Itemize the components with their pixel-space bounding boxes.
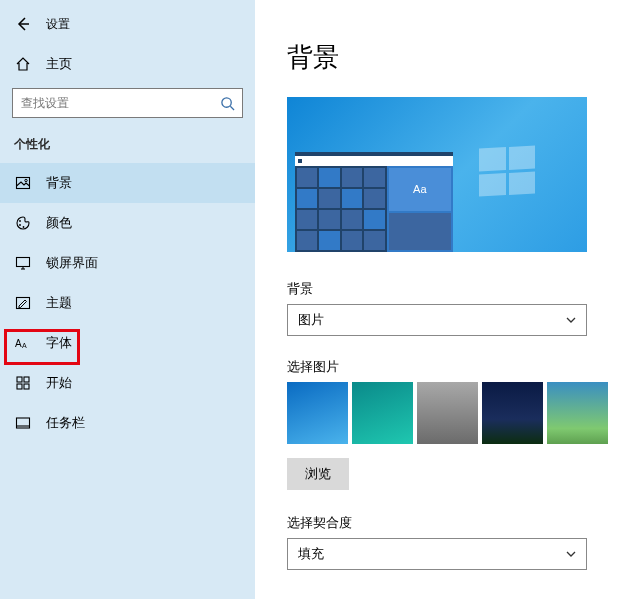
wallpaper-thumb[interactable]: [482, 382, 543, 444]
sidebar-item-lockscreen[interactable]: 锁屏界面: [0, 243, 255, 283]
bg-type-value: 图片: [298, 311, 324, 329]
section-label: 个性化: [0, 130, 255, 163]
wallpaper-thumb[interactable]: [352, 382, 413, 444]
home-label: 主页: [46, 55, 72, 73]
chevron-down-icon: [564, 313, 578, 327]
nav-label: 字体: [46, 334, 72, 352]
svg-line-2: [230, 106, 234, 110]
home-icon: [14, 55, 32, 73]
fit-combo[interactable]: 填充: [287, 538, 587, 570]
search-wrap: [0, 84, 255, 130]
start-icon: [14, 374, 32, 392]
sidebar-item-fonts[interactable]: AA 字体: [0, 323, 255, 363]
search-icon: [219, 95, 235, 111]
sidebar-item-start[interactable]: 开始: [0, 363, 255, 403]
preview-window: Aa: [295, 152, 453, 252]
svg-rect-8: [17, 258, 30, 267]
svg-rect-17: [24, 384, 29, 389]
svg-point-5: [19, 220, 21, 222]
header-row: 设置: [0, 8, 255, 40]
sidebar-item-background[interactable]: 背景: [0, 163, 255, 203]
sidebar-item-colors[interactable]: 颜色: [0, 203, 255, 243]
wallpaper-thumb[interactable]: [287, 382, 348, 444]
svg-rect-16: [17, 384, 22, 389]
pencil-icon: [14, 294, 32, 312]
svg-point-4: [25, 179, 27, 181]
wallpaper-thumb[interactable]: [417, 382, 478, 444]
nav-label: 任务栏: [46, 414, 85, 432]
palette-icon: [14, 214, 32, 232]
nav-label: 开始: [46, 374, 72, 392]
bg-type-label: 背景: [287, 280, 608, 298]
picture-icon: [14, 174, 32, 192]
monitor-icon: [14, 254, 32, 272]
svg-rect-14: [17, 377, 22, 382]
fit-value: 填充: [298, 545, 324, 563]
nav-label: 颜色: [46, 214, 72, 232]
settings-title: 设置: [46, 16, 70, 33]
svg-rect-15: [24, 377, 29, 382]
nav-label: 主题: [46, 294, 72, 312]
sidebar-item-themes[interactable]: 主题: [0, 283, 255, 323]
svg-rect-11: [17, 298, 30, 309]
fit-label: 选择契合度: [287, 514, 608, 532]
nav-label: 锁屏界面: [46, 254, 98, 272]
sidebar-item-taskbar[interactable]: 任务栏: [0, 403, 255, 443]
svg-text:A: A: [22, 342, 27, 349]
settings-sidebar: 设置 主页 个性化 背景 颜色 锁屏界面: [0, 0, 255, 599]
preview-sample-text: Aa: [389, 168, 451, 211]
page-title: 背景: [287, 40, 608, 75]
main-panel: 背景 Aa 背景 图片 选择图片: [255, 0, 640, 599]
desktop-preview: Aa: [287, 97, 587, 252]
windows-logo-icon: [479, 146, 535, 197]
search-box: [12, 88, 243, 118]
font-icon: AA: [14, 334, 32, 352]
svg-text:A: A: [15, 338, 22, 349]
nav-label: 背景: [46, 174, 72, 192]
back-icon[interactable]: [14, 15, 32, 33]
svg-point-6: [19, 224, 21, 226]
browse-button[interactable]: 浏览: [287, 458, 349, 490]
search-input[interactable]: [12, 88, 243, 118]
taskbar-icon: [14, 414, 32, 432]
svg-rect-3: [17, 178, 30, 189]
svg-point-7: [23, 226, 25, 228]
thumbnail-row: [287, 382, 608, 444]
bg-type-combo[interactable]: 图片: [287, 304, 587, 336]
chevron-down-icon: [564, 547, 578, 561]
choose-pic-label: 选择图片: [287, 358, 608, 376]
wallpaper-thumb[interactable]: [547, 382, 608, 444]
svg-point-1: [221, 97, 230, 106]
sidebar-home[interactable]: 主页: [0, 44, 255, 84]
